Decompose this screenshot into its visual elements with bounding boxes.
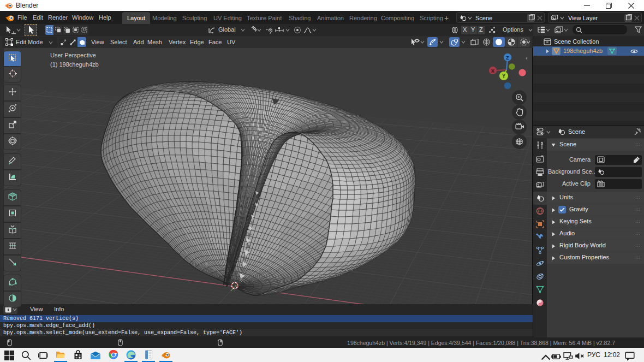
svg-text:Y: Y <box>502 73 506 79</box>
svg-text:Z: Z <box>506 55 509 61</box>
svg-text:X: X <box>491 68 495 74</box>
